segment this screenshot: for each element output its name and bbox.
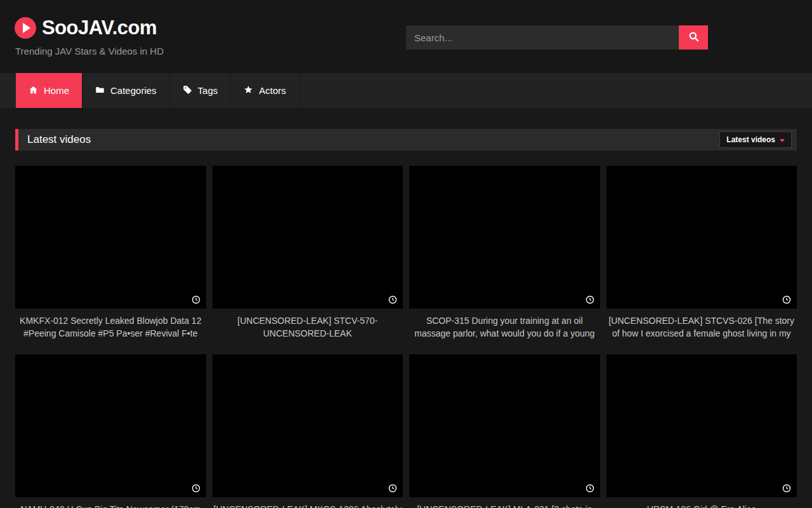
search-button[interactable] <box>679 25 708 50</box>
video-card: NAMU-042 H Cup Big Tits Newcomer (170cm … <box>15 354 206 508</box>
search-bar <box>406 25 708 50</box>
video-title[interactable]: [UNCENSORED-LEAK] MLA-231 [3 shots in <box>409 503 600 508</box>
video-card: [UNCENSORED-LEAK] MLA-231 [3 shots in <box>409 354 600 508</box>
clock-icon <box>782 484 791 493</box>
site-tagline: Trending JAV Stars & Videos in HD <box>15 46 164 57</box>
clock-icon <box>586 295 594 304</box>
search-input[interactable] <box>406 25 679 50</box>
video-title[interactable]: NAMU-042 H Cup Big Tits Newcomer (170cm … <box>15 503 206 508</box>
section-accent-bar <box>15 129 18 150</box>
clock-icon <box>192 295 200 304</box>
video-card: [UNCENSORED-LEAK] STCVS-026 [The story o… <box>606 166 797 340</box>
site-header: SooJAV.com Trending JAV Stars & Videos i… <box>0 0 812 73</box>
star-icon <box>244 85 253 97</box>
sort-dropdown-button[interactable]: Latest videos <box>719 131 792 148</box>
clock-icon <box>388 295 397 304</box>
section-title: Latest videos <box>27 133 91 146</box>
nav-label: Tags <box>198 85 218 96</box>
caret-down-icon <box>780 139 785 142</box>
video-grid: KMKFX-012 Secretly Leaked Blowjob Data 1… <box>15 166 797 508</box>
folder-icon <box>95 85 105 97</box>
main-content: Latest videos Latest videos KMKFX-012 Se… <box>0 129 812 508</box>
clock-icon <box>388 484 397 493</box>
home-icon <box>29 85 38 97</box>
video-thumbnail[interactable] <box>213 354 403 497</box>
video-thumbnail[interactable] <box>213 166 403 309</box>
video-title[interactable]: [UNCENSORED-LEAK] STCVS-026 [The story o… <box>606 314 797 340</box>
video-title[interactable]: URSM-186 Girl @ Era Alice <box>606 503 797 508</box>
search-icon <box>688 31 699 44</box>
nav-item-categories[interactable]: Categories <box>82 73 170 108</box>
video-card: [UNCENSORED-LEAK] MXGS-1206 Absolutely <box>213 354 403 508</box>
logo-text: SooJAV.com <box>42 17 157 39</box>
sort-label: Latest videos <box>726 135 775 144</box>
video-card: URSM-186 Girl @ Era Alice <box>606 354 797 508</box>
video-card: SCOP-315 During your training at an oil … <box>409 166 600 340</box>
tag-icon <box>183 85 192 97</box>
nav-item-tags[interactable]: Tags <box>170 73 232 108</box>
nav-label: Actors <box>259 85 286 96</box>
nav-item-actors[interactable]: Actors <box>231 73 299 108</box>
video-title[interactable]: [UNCENSORED-LEAK] MXGS-1206 Absolutely <box>213 503 403 508</box>
nav-item-home[interactable]: Home <box>16 73 82 108</box>
video-title[interactable]: [UNCENSORED-LEAK] STCV-570-UNCENSORED-LE… <box>213 314 403 340</box>
video-thumbnail[interactable] <box>606 354 797 497</box>
video-thumbnail[interactable] <box>409 354 600 497</box>
video-thumbnail[interactable] <box>606 166 797 309</box>
section-header: Latest videos Latest videos <box>15 129 797 150</box>
clock-icon <box>586 484 594 493</box>
video-thumbnail[interactable] <box>15 354 206 497</box>
nav-label: Categories <box>110 85 157 96</box>
video-title[interactable]: SCOP-315 During your training at an oil … <box>409 314 600 340</box>
clock-icon <box>782 295 791 304</box>
play-logo-icon <box>15 17 36 39</box>
video-card: [UNCENSORED-LEAK] STCV-570-UNCENSORED-LE… <box>213 166 403 340</box>
main-nav: Home Categories Tags Actors <box>0 73 812 108</box>
video-card: KMKFX-012 Secretly Leaked Blowjob Data 1… <box>15 166 206 340</box>
video-thumbnail[interactable] <box>409 166 600 309</box>
clock-icon <box>192 484 200 493</box>
site-logo[interactable]: SooJAV.com <box>15 17 157 39</box>
nav-label: Home <box>44 85 69 96</box>
video-thumbnail[interactable] <box>15 166 206 309</box>
video-title[interactable]: KMKFX-012 Secretly Leaked Blowjob Data 1… <box>15 314 206 340</box>
